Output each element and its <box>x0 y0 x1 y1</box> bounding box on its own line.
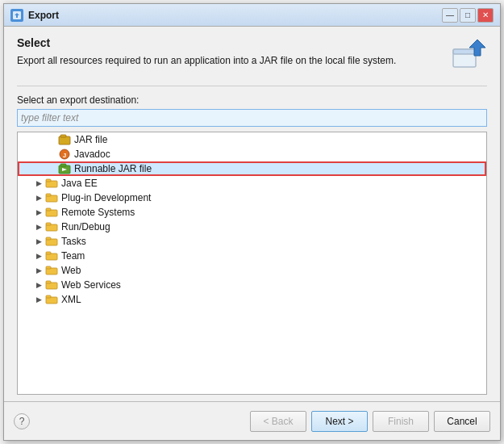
xml-folder-icon <box>45 294 58 304</box>
expand-arrow-jar <box>47 135 56 145</box>
list-item[interactable]: ▶ XML <box>18 292 486 307</box>
svg-rect-20 <box>46 237 51 240</box>
dialog-content: Select Export all resources required to … <box>4 27 500 401</box>
plugin-label: Plug-in Development <box>61 192 151 203</box>
list-item[interactable]: JAR file <box>18 132 486 147</box>
javadoc-icon: J <box>58 149 71 159</box>
list-item[interactable]: ▶ Plug-in Development <box>18 191 486 205</box>
runnable-jar-item[interactable]: Runnable JAR file <box>18 161 486 176</box>
list-item[interactable]: J Javadoc <box>18 147 486 161</box>
svg-rect-18 <box>46 223 51 225</box>
expand-arrow-webservices: ▶ <box>34 280 44 290</box>
app-icon <box>10 9 23 22</box>
javaee-label: Java EE <box>61 178 98 189</box>
minimize-button[interactable]: — <box>442 8 458 23</box>
header-area: Select Export all resources required to … <box>17 36 487 86</box>
expand-arrow-team: ▶ <box>34 251 44 261</box>
javadoc-label: Javadoc <box>74 149 110 160</box>
export-dialog: Export — □ ✕ Select Export all resources… <box>3 3 501 441</box>
rundebug-label: Run/Debug <box>61 221 110 232</box>
remote-folder-icon <box>45 207 58 217</box>
jar-file-label: JAR file <box>74 134 107 145</box>
expand-arrow-web: ▶ <box>34 266 44 275</box>
runnable-jar-label: Runnable JAR file <box>74 163 152 174</box>
export-tree[interactable]: JAR file J Javadoc <box>17 132 487 395</box>
rundebug-folder-icon <box>45 221 58 232</box>
back-button[interactable]: < Back <box>250 411 306 432</box>
filter-input[interactable] <box>17 109 487 127</box>
team-label: Team <box>61 250 85 262</box>
list-item[interactable]: ▶ Web <box>18 263 486 278</box>
svg-rect-2 <box>453 49 476 54</box>
tasks-label: Tasks <box>61 236 86 247</box>
expand-arrow-runnable <box>47 164 56 174</box>
expand-arrow-javaee: ▶ <box>34 178 44 188</box>
svg-rect-5 <box>60 135 66 137</box>
plugin-folder-icon <box>45 192 58 203</box>
web-folder-icon <box>45 265 58 275</box>
finish-button[interactable]: Finish <box>373 411 429 432</box>
list-item[interactable]: ▶ Team <box>18 249 486 263</box>
close-button[interactable]: ✕ <box>477 8 494 23</box>
dialog-footer: ? < Back Next > Finish Cancel <box>4 401 500 440</box>
svg-rect-22 <box>46 252 51 254</box>
section-title: Select <box>17 36 487 49</box>
team-folder-icon <box>45 250 58 261</box>
expand-arrow-plugin: ▶ <box>34 193 44 203</box>
list-item[interactable]: ▶ Java EE <box>18 176 486 191</box>
svg-text:J: J <box>63 152 66 159</box>
next-button[interactable]: Next > <box>311 411 368 432</box>
webservices-folder-icon <box>45 279 58 290</box>
svg-rect-12 <box>46 179 51 182</box>
cancel-button[interactable]: Cancel <box>434 411 490 432</box>
expand-arrow-xml: ▶ <box>34 295 44 304</box>
titlebar: Export — □ ✕ <box>4 4 500 27</box>
svg-rect-14 <box>46 194 51 196</box>
export-icon <box>448 36 487 75</box>
web-label: Web <box>61 265 81 276</box>
tasks-folder-icon <box>45 236 58 246</box>
footer-left: ? <box>14 413 30 429</box>
xml-label: XML <box>61 294 81 305</box>
jar-icon <box>58 134 71 145</box>
expand-arrow-tasks: ▶ <box>34 237 44 246</box>
destination-label: Select an export destination: <box>17 94 487 106</box>
webservices-label: Web Services <box>61 279 121 291</box>
svg-rect-16 <box>46 208 51 211</box>
window-controls: — □ ✕ <box>442 8 494 23</box>
svg-rect-9 <box>60 164 66 166</box>
svg-rect-4 <box>59 136 70 145</box>
list-item[interactable]: ▶ Run/Debug <box>18 220 486 234</box>
expand-arrow-javadoc <box>47 149 56 159</box>
remote-label: Remote Systems <box>61 207 135 218</box>
list-item[interactable]: ▶ Remote Systems <box>18 205 486 220</box>
window-title: Export <box>28 10 442 21</box>
help-button[interactable]: ? <box>14 413 30 429</box>
svg-rect-24 <box>46 266 51 269</box>
runnable-jar-icon <box>58 163 71 174</box>
svg-rect-26 <box>46 281 51 283</box>
footer-right: < Back Next > Finish Cancel <box>250 411 490 432</box>
maximize-button[interactable]: □ <box>460 8 476 23</box>
list-item[interactable]: ▶ Tasks <box>18 234 486 249</box>
javaee-folder-icon <box>45 178 58 188</box>
svg-rect-28 <box>46 295 51 298</box>
list-item[interactable]: ▶ Web Services <box>18 278 486 292</box>
section-description: Export all resources required to run an … <box>17 54 487 68</box>
expand-arrow-rundebug: ▶ <box>34 222 44 232</box>
expand-arrow-remote: ▶ <box>34 207 44 217</box>
